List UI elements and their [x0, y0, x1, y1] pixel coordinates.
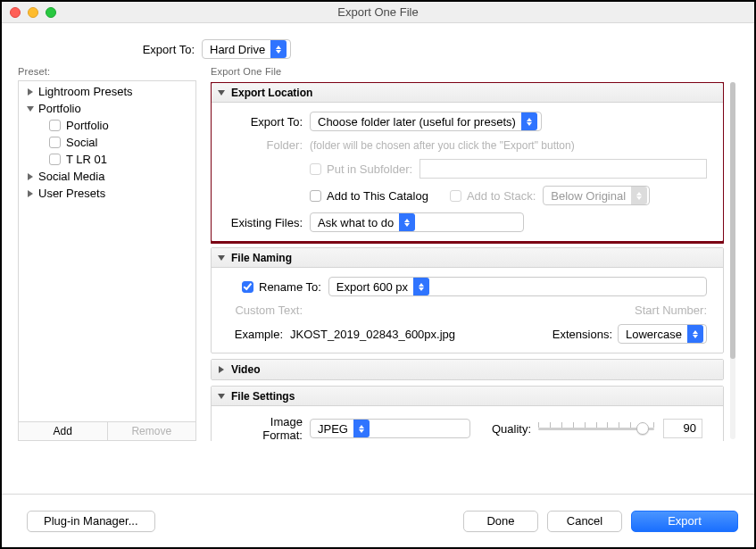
plugin-manager-button[interactable]: Plug-in Manager...: [27, 511, 155, 532]
preset-user[interactable]: User Presets: [19, 185, 195, 202]
preset-tree[interactable]: Lightroom Presets Portfolio Portfolio So…: [18, 80, 196, 422]
checkbox[interactable]: [49, 154, 61, 165]
add-stack-label: Add to Stack:: [467, 189, 536, 203]
checkbox[interactable]: [49, 137, 61, 148]
triangle-down-icon: [218, 255, 225, 261]
scrollbar-thumb[interactable]: [730, 82, 735, 359]
preset-portfolio-child[interactable]: Portfolio: [19, 117, 195, 134]
export-to-select[interactable]: Hard Drive: [202, 39, 291, 59]
triangle-right-icon: [219, 366, 224, 373]
section-video: Video: [211, 359, 724, 380]
existing-label: Existing Files:: [228, 216, 310, 229]
chevron-updown-icon: [270, 40, 287, 58]
subfolder-input: [420, 159, 707, 179]
chevron-updown-icon: [631, 187, 647, 204]
remove-button: Remove: [107, 422, 196, 440]
subfolder-checkbox: [310, 163, 321, 175]
window-title: Export One File: [2, 5, 754, 19]
section-header-video[interactable]: Video: [212, 360, 723, 379]
minimize-icon[interactable]: [28, 7, 38, 18]
section-header-location[interactable]: Export Location: [212, 83, 723, 103]
scrollbar[interactable]: [730, 82, 735, 439]
preset-lightroom[interactable]: Lightroom Presets: [19, 83, 195, 100]
example-value: JKOST_2019_02843_600px.jpg: [290, 328, 455, 341]
triangle-down-icon: [218, 394, 225, 399]
slider-knob[interactable]: [636, 422, 649, 435]
folder-hint: (folder will be chosen after you click t…: [310, 139, 575, 152]
preset-tlr01[interactable]: T LR 01: [19, 151, 195, 168]
checkbox[interactable]: [49, 120, 61, 131]
quality-input[interactable]: 90: [663, 419, 702, 438]
section-file-settings: File Settings Image Format: JPEG Quality…: [211, 386, 724, 441]
subfolder-label: Put in Subfolder:: [327, 162, 412, 176]
settings-header: Export One File: [211, 66, 738, 77]
export-to-row: Export To: Hard Drive: [2, 23, 754, 66]
export-to-value: Hard Drive: [210, 43, 270, 56]
section-header-naming[interactable]: File Naming: [212, 248, 723, 268]
preset-panel: Preset: Lightroom Presets Portfolio Port…: [18, 66, 196, 441]
rename-select[interactable]: Export 600 px: [328, 277, 707, 296]
extensions-select[interactable]: Lowercase: [618, 324, 707, 344]
format-select[interactable]: JPEG: [310, 419, 470, 438]
folder-label: Folder:: [228, 138, 310, 152]
preset-buttons: Add Remove: [18, 422, 196, 441]
loc-export-to-label: Export To:: [228, 115, 310, 129]
titlebar: Export One File: [2, 2, 754, 23]
quality-slider[interactable]: [538, 420, 654, 437]
done-button[interactable]: Done: [463, 511, 538, 532]
start-number-label: Start Number:: [635, 304, 707, 317]
preset-social-child[interactable]: Social: [19, 134, 195, 151]
stack-select: Below Original: [543, 186, 650, 205]
custom-text-label: Custom Text:: [228, 304, 310, 317]
add-catalog-checkbox[interactable]: [310, 190, 321, 202]
example-label: Example:: [228, 328, 290, 341]
triangle-right-icon: [28, 173, 33, 180]
chevron-updown-icon: [687, 325, 703, 343]
settings-panel: Export One File Export Location Export T…: [211, 66, 738, 441]
chevron-updown-icon: [521, 112, 537, 130]
existing-select[interactable]: Ask what to do: [310, 212, 524, 232]
triangle-down-icon: [27, 106, 34, 112]
section-export-location: Export Location Export To: Choose folder…: [211, 82, 724, 242]
triangle-right-icon: [28, 190, 33, 197]
quality-label: Quality:: [492, 422, 531, 436]
add-button[interactable]: Add: [19, 422, 107, 440]
window-controls: [10, 7, 56, 18]
cancel-button[interactable]: Cancel: [547, 511, 622, 532]
section-file-naming: File Naming Rename To: Export 600 px Cus…: [211, 247, 724, 354]
close-icon[interactable]: [10, 7, 21, 18]
zoom-icon[interactable]: [46, 7, 56, 18]
rename-checkbox[interactable]: [242, 281, 253, 293]
chevron-updown-icon: [413, 278, 429, 295]
loc-export-to-select[interactable]: Choose folder later (useful for presets): [310, 112, 542, 131]
triangle-down-icon: [218, 90, 225, 96]
format-label: Image Format:: [228, 415, 310, 441]
export-to-label: Export To:: [2, 43, 202, 56]
chevron-updown-icon: [353, 420, 370, 437]
triangle-right-icon: [28, 88, 33, 96]
add-catalog-label: Add to This Catalog: [327, 189, 428, 203]
rename-label: Rename To:: [259, 280, 321, 294]
section-header-settings[interactable]: File Settings: [212, 387, 723, 406]
add-stack-checkbox: [450, 190, 461, 202]
extensions-label: Extensions:: [552, 328, 612, 341]
footer: Plug-in Manager... Done Cancel Export: [2, 494, 754, 547]
preset-portfolio[interactable]: Portfolio: [19, 100, 195, 117]
preset-header: Preset:: [18, 66, 196, 77]
export-button[interactable]: Export: [631, 511, 738, 532]
preset-social-media[interactable]: Social Media: [19, 168, 195, 185]
chevron-updown-icon: [399, 213, 415, 231]
